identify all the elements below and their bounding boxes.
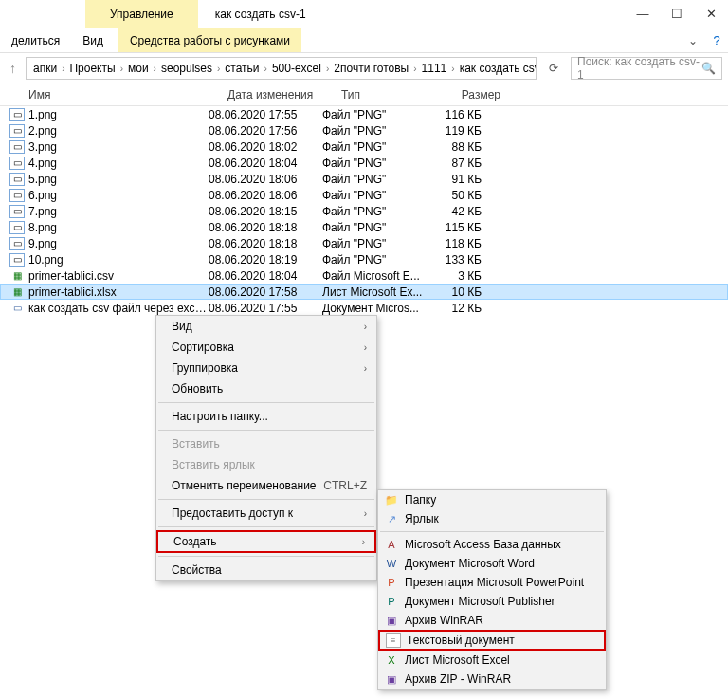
file-type: Файл "PNG" bbox=[322, 173, 427, 186]
sub-new-publisher[interactable]: PДокумент Microsoft Publisher bbox=[378, 592, 606, 611]
ctx-give-access[interactable]: Предоставить доступ к› bbox=[156, 503, 376, 524]
refresh-button[interactable]: ⟳ bbox=[542, 57, 565, 80]
file-type: Файл "PNG" bbox=[322, 124, 427, 138]
file-row[interactable]: ▭6.png08.06.2020 18:06Файл "PNG"50 КБ bbox=[0, 187, 728, 203]
chevron-right-icon: › bbox=[411, 64, 418, 74]
file-name: primer-tablici.xlsx bbox=[28, 286, 209, 299]
col-header-type[interactable]: Тип bbox=[341, 88, 446, 101]
close-button[interactable]: ✕ bbox=[694, 0, 728, 28]
file-size: 116 КБ bbox=[427, 108, 493, 121]
chevron-right-icon: › bbox=[364, 363, 367, 374]
file-type-icon: ▭ bbox=[9, 205, 25, 218]
file-list: ▭1.png08.06.2020 17:55Файл "PNG"116 КБ▭2… bbox=[0, 106, 728, 316]
breadcrumb-item[interactable]: статьи bbox=[222, 62, 262, 75]
folder-icon: 📁 bbox=[384, 492, 399, 507]
breadcrumb-bar[interactable]: апки›Проекты›мои›seopulses›статьи›500-ex… bbox=[26, 57, 537, 80]
maximize-button[interactable]: ☐ bbox=[660, 0, 694, 28]
col-header-date[interactable]: Дата изменения bbox=[228, 88, 341, 101]
breadcrumb-item[interactable]: мои bbox=[125, 62, 152, 75]
file-row[interactable]: ▭как создать csv файл через excel.docx08… bbox=[0, 300, 728, 316]
search-box[interactable]: Поиск: как создать csv-1 🔍 bbox=[571, 57, 722, 80]
file-row[interactable]: ▭2.png08.06.2020 17:56Файл "PNG"119 КБ bbox=[0, 122, 728, 138]
file-name: как создать csv файл через excel.docx bbox=[28, 302, 209, 315]
ribbon-tab-picture-tools[interactable]: Средства работы с рисунками bbox=[118, 28, 301, 52]
breadcrumb-item[interactable]: 500-excel bbox=[269, 62, 324, 75]
file-row[interactable]: ▭7.png08.06.2020 18:15Файл "PNG"42 КБ bbox=[0, 203, 728, 219]
file-date: 08.06.2020 18:18 bbox=[209, 237, 322, 250]
chevron-right-icon: › bbox=[449, 64, 456, 74]
file-type: Файл "PNG" bbox=[322, 253, 427, 267]
context-menu: Вид› Сортировка› Группировка› Обновить Н… bbox=[155, 315, 377, 581]
file-date: 08.06.2020 18:15 bbox=[209, 205, 322, 218]
file-type: Файл "PNG" bbox=[322, 157, 427, 170]
ctx-group[interactable]: Группировка› bbox=[156, 358, 376, 378]
ribbon-tab-view[interactable]: Вид bbox=[71, 34, 115, 47]
file-type-icon: ▭ bbox=[9, 108, 25, 121]
file-type-icon: ▦ bbox=[9, 286, 25, 299]
file-row[interactable]: ▭3.png08.06.2020 18:02Файл "PNG"88 КБ bbox=[0, 138, 728, 155]
file-name: 7.png bbox=[28, 205, 209, 218]
chevron-right-icon: › bbox=[364, 322, 367, 332]
col-header-size[interactable]: Размер bbox=[446, 88, 512, 101]
file-name: 1.png bbox=[28, 108, 209, 121]
file-row[interactable]: ▭4.png08.06.2020 18:04Файл "PNG"87 КБ bbox=[0, 155, 728, 171]
menu-separator bbox=[158, 526, 374, 527]
breadcrumb-item[interactable]: апки bbox=[30, 62, 60, 75]
ctx-refresh[interactable]: Обновить bbox=[156, 378, 376, 399]
breadcrumb-item[interactable]: seopulses bbox=[158, 62, 215, 75]
sub-new-text-document[interactable]: ≡Текстовый документ bbox=[378, 630, 606, 651]
file-date: 08.06.2020 18:06 bbox=[209, 189, 322, 202]
file-type-icon: ▭ bbox=[9, 157, 25, 170]
file-name: 6.png bbox=[28, 189, 209, 202]
file-row[interactable]: ▭10.png08.06.2020 18:19Файл "PNG"133 КБ bbox=[0, 251, 728, 267]
sub-new-shortcut[interactable]: ↗Ярлык bbox=[378, 509, 606, 528]
sub-new-powerpoint[interactable]: PПрезентация Microsoft PowerPoint bbox=[378, 573, 606, 592]
file-date: 08.06.2020 17:55 bbox=[209, 108, 322, 121]
file-size: 133 КБ bbox=[427, 253, 493, 267]
file-row[interactable]: ▦primer-tablici.xlsx08.06.2020 17:58Лист… bbox=[0, 284, 728, 300]
file-name: 9.png bbox=[28, 237, 209, 250]
breadcrumb-item[interactable]: Проекты bbox=[66, 62, 118, 75]
file-name: 4.png bbox=[28, 157, 209, 170]
file-row[interactable]: ▭8.png08.06.2020 18:18Файл "PNG"115 КБ bbox=[0, 219, 728, 235]
ctx-customize-folder[interactable]: Настроить папку... bbox=[156, 406, 376, 427]
ribbon-expand-icon[interactable]: ⌄ bbox=[681, 34, 705, 47]
file-type-icon: ▭ bbox=[9, 253, 25, 267]
chevron-right-icon: › bbox=[364, 342, 367, 353]
sub-new-zip[interactable]: ▣Архив ZIP - WinRAR bbox=[378, 670, 606, 689]
sub-new-rar[interactable]: ▣Архив WinRAR bbox=[378, 611, 606, 630]
file-type-icon: ▭ bbox=[9, 189, 25, 202]
address-row: ↑ апки›Проекты›мои›seopulses›статьи›500-… bbox=[0, 53, 728, 83]
file-type: Документ Micros... bbox=[322, 302, 427, 315]
sub-new-folder[interactable]: 📁Папку bbox=[378, 490, 606, 509]
breadcrumb-item[interactable]: 1111 bbox=[419, 62, 450, 75]
breadcrumb-item[interactable]: 2почти готовы bbox=[331, 62, 411, 75]
nav-up-icon[interactable]: ↑ bbox=[9, 61, 16, 76]
ctx-properties[interactable]: Свойства bbox=[156, 560, 376, 580]
file-size: 88 КБ bbox=[427, 140, 493, 154]
minimize-button[interactable]: — bbox=[626, 0, 660, 28]
file-size: 119 КБ bbox=[427, 124, 493, 138]
sub-new-excel[interactable]: XЛист Microsoft Excel bbox=[378, 651, 606, 670]
ctx-undo-rename[interactable]: Отменить переименованиеCTRL+Z bbox=[156, 475, 376, 496]
file-row[interactable]: ▭5.png08.06.2020 18:06Файл "PNG"91 КБ bbox=[0, 171, 728, 187]
file-type: Лист Microsoft Ex... bbox=[322, 286, 427, 299]
ctx-sort[interactable]: Сортировка› bbox=[156, 337, 376, 358]
ribbon-tab-share[interactable]: делиться bbox=[0, 34, 71, 47]
file-size: 50 КБ bbox=[427, 189, 493, 202]
chevron-right-icon: › bbox=[118, 64, 125, 74]
ctx-view[interactable]: Вид› bbox=[156, 316, 376, 337]
file-row[interactable]: ▭9.png08.06.2020 18:18Файл "PNG"118 КБ bbox=[0, 235, 728, 251]
sub-new-access[interactable]: AMicrosoft Access База данных bbox=[378, 535, 606, 554]
context-submenu-new: 📁Папку ↗Ярлык AMicrosoft Access База дан… bbox=[377, 489, 607, 690]
ctx-paste: Вставить bbox=[156, 433, 376, 454]
breadcrumb-item[interactable]: как создать csv-1 bbox=[457, 62, 537, 75]
ctx-new[interactable]: Создать› bbox=[156, 530, 376, 553]
ribbon-contextual-tab[interactable]: Управление bbox=[85, 0, 198, 28]
col-header-name[interactable]: Имя bbox=[28, 88, 228, 101]
file-row[interactable]: ▭1.png08.06.2020 17:55Файл "PNG"116 КБ bbox=[0, 106, 728, 122]
file-row[interactable]: ▦primer-tablici.csv08.06.2020 18:04Файл … bbox=[0, 267, 728, 284]
help-icon[interactable]: ? bbox=[705, 27, 728, 55]
sub-new-word[interactable]: WДокумент Microsoft Word bbox=[378, 554, 606, 573]
file-date: 08.06.2020 18:18 bbox=[209, 221, 322, 234]
